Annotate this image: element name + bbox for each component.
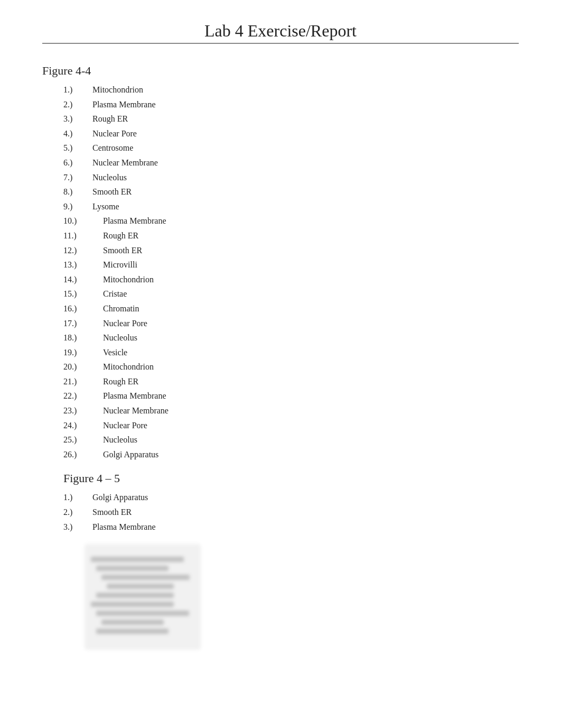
list-item: 9.) Lysome [63,200,519,214]
list-item: 7.) Nucleolus [63,171,519,185]
list-item: 25.) Nucleolus [63,433,519,447]
blurred-line [96,566,169,571]
item-number: 14.) [63,273,103,287]
blurred-line [91,557,184,562]
item-number: 15.) [63,287,103,301]
list-item: 1.) Golgi Apparatus [63,491,519,504]
item-label: Mitochondrion [92,83,143,97]
list-item: 14.) Mitochondrion [63,273,519,287]
list-item: 24.) Nuclear Pore [63,419,519,432]
list-item: 5.) Centrosome [63,141,519,155]
item-number: 11.) [63,229,103,243]
list-item: 16.) Chromatin [63,302,519,316]
item-label: Smooth ER [92,505,132,519]
list-item: 6.) Nuclear Membrane [63,156,519,170]
item-label: Vesicle [103,346,127,360]
item-label: Nucleolus [92,171,127,185]
item-number: 7.) [63,171,92,185]
item-number: 19.) [63,346,103,360]
list-item: 22.) Plasma Membrane [63,389,519,403]
figure45-heading: Figure 4 – 5 [63,472,519,485]
blurred-line [96,611,189,616]
item-number: 12.) [63,244,103,257]
list-item: 18.) Nucleolus [63,331,519,345]
item-number: 22.) [63,389,103,403]
item-label: Plasma Membrane [92,520,156,534]
list-item: 3.) Plasma Membrane [63,520,519,534]
item-label: Rough ER [92,112,128,126]
item-number: 25.) [63,433,103,447]
item-number: 6.) [63,156,92,170]
item-number: 26.) [63,448,103,462]
item-label: Plasma Membrane [103,389,166,403]
item-number: 23.) [63,404,103,418]
item-label: Smooth ER [92,185,132,199]
item-label: Smooth ER [103,244,142,257]
item-number: 8.) [63,185,92,199]
list-item: 17.) Nuclear Pore [63,317,519,330]
list-item: 2.) Plasma Membrane [63,98,519,112]
figure44-list: 1.) Mitochondrion 2.) Plasma Membrane 3.… [63,83,519,461]
item-label: Nuclear Membrane [103,404,169,418]
item-label: Rough ER [103,229,138,243]
item-label: Mitochondrion [103,273,154,287]
item-label: Nuclear Pore [103,419,147,432]
list-item: 10.) Plasma Membrane [63,214,519,228]
list-item: 15.) Cristae [63,287,519,301]
item-label: Chromatin [103,302,139,316]
list-item: 26.) Golgi Apparatus [63,448,519,462]
blurred-line [101,620,164,625]
item-number: 10.) [63,214,103,228]
item-number: 17.) [63,317,103,330]
item-number: 3.) [63,520,92,534]
blurred-line [96,593,174,598]
item-number: 1.) [63,83,92,97]
item-number: 1.) [63,491,92,504]
item-label: Nucleolus [103,331,137,345]
blurred-line [91,602,174,607]
list-item: 12.) Smooth ER [63,244,519,257]
item-label: Rough ER [103,375,138,389]
blurred-content [85,544,201,650]
blurred-line [96,629,169,634]
item-number: 4.) [63,127,92,141]
item-label: Golgi Apparatus [92,491,148,504]
item-number: 20.) [63,360,103,374]
item-label: Nucleolus [103,433,137,447]
list-item: 4.) Nuclear Pore [63,127,519,141]
item-label: Golgi Apparatus [103,448,158,462]
list-item: 20.) Mitochondrion [63,360,519,374]
item-number: 24.) [63,419,103,432]
item-label: Nuclear Pore [92,127,137,141]
list-item: 1.) Mitochondrion [63,83,519,97]
list-item: 13.) Microvilli [63,258,519,272]
list-item: 11.) Rough ER [63,229,519,243]
item-number: 13.) [63,258,103,272]
page-title: Lab 4 Exercise/Report [42,21,519,44]
list-item: 3.) Rough ER [63,112,519,126]
item-number: 18.) [63,331,103,345]
item-number: 3.) [63,112,92,126]
item-label: Microvilli [103,258,137,272]
item-number: 9.) [63,200,92,214]
item-label: Cristae [103,287,127,301]
item-number: 2.) [63,505,92,519]
list-item: 8.) Smooth ER [63,185,519,199]
item-label: Nuclear Pore [103,317,147,330]
item-number: 21.) [63,375,103,389]
item-number: 5.) [63,141,92,155]
blurred-line [101,575,190,580]
item-label: Nuclear Membrane [92,156,158,170]
item-label: Plasma Membrane [103,214,166,228]
list-item: 23.) Nuclear Membrane [63,404,519,418]
list-item: 19.) Vesicle [63,346,519,360]
figure45-section: Figure 4 – 5 1.) Golgi Apparatus 2.) Smo… [63,472,519,650]
figure44-heading: Figure 4-4 [42,64,519,78]
blurred-line [107,584,174,589]
item-label: Plasma Membrane [92,98,156,112]
list-item: 2.) Smooth ER [63,505,519,519]
figure45-list: 1.) Golgi Apparatus 2.) Smooth ER 3.) Pl… [63,491,519,533]
list-item: 21.) Rough ER [63,375,519,389]
item-number: 2.) [63,98,92,112]
item-label: Centrosome [92,141,133,155]
